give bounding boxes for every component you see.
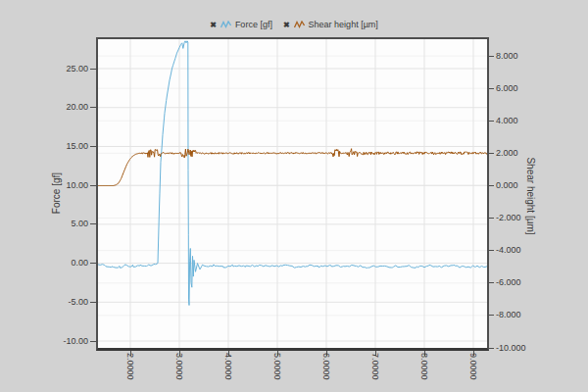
right-axis-tick [489,282,494,283]
series-line-icon [294,21,305,29]
x-axis-tick-label: 5.0000 [272,353,282,380]
chart-panel: ✖ Force [gf] ✖ Shear height [µm] Force [… [0,0,588,392]
right-axis-tick-label: -10.000 [496,343,526,354]
right-axis-tick-label: 0.000 [496,180,518,191]
left-axis-tick-label: 5.00 [45,219,88,229]
left-axis-tick-label: 10.00 [45,180,88,191]
x-axis-tick-label: 4.0000 [223,353,233,380]
left-axis-title: Force [gf] [51,172,62,214]
series-line-icon [220,21,231,29]
right-axis-title: Shear height [µm] [525,157,536,234]
left-axis-tick-label: 15.00 [45,141,88,152]
close-icon[interactable]: ✖ [210,21,217,29]
left-axis-tick-label: -10.00 [45,336,88,347]
left-axis-tick [90,185,96,186]
plot-area[interactable] [96,37,489,351]
legend-item-shear[interactable]: ✖ Shear height [µm] [283,20,378,29]
right-axis-tick [489,218,494,219]
x-axis-tick-label: 8.0000 [419,353,429,380]
shear-series-line [98,149,487,186]
right-axis-tick-label: -8.000 [496,310,521,320]
right-axis-tick-label: 4.000 [496,116,518,126]
right-axis-tick-label: -2.000 [496,213,521,223]
right-axis-tick [489,348,494,349]
left-axis-tick [90,107,96,108]
close-icon[interactable]: ✖ [283,21,290,29]
right-axis-tick [489,250,494,251]
right-axis-tick-label: 8.000 [496,51,518,62]
legend-label-force: Force [gf] [235,20,272,29]
x-axis-tick-label: 2.0000 [125,353,135,380]
left-axis-tick-label: 20.00 [45,102,88,113]
left-axis-tick [90,341,96,342]
right-axis-tick [489,88,494,89]
right-axis-tick [489,56,494,57]
right-axis-tick-label: -6.000 [496,277,521,288]
x-axis-tick-label: 9.0000 [468,353,478,380]
left-axis-tick-label: 25.00 [45,64,88,74]
legend-item-force[interactable]: ✖ Force [gf] [210,20,272,29]
left-axis-tick-label: -5.00 [45,297,88,308]
force-series-line [98,41,487,306]
x-axis-tick-label: 7.0000 [370,353,380,380]
legend-label-shear: Shear height [µm] [309,20,378,29]
x-axis-tick-label: 6.0000 [321,353,331,380]
left-axis-tick [90,223,96,224]
left-axis-tick [90,69,96,70]
x-axis-tick-label: 3.0000 [174,353,184,380]
right-axis-tick [489,153,494,154]
chart-legend: ✖ Force [gf] ✖ Shear height [µm] [0,18,588,31]
left-axis-tick [90,263,96,264]
left-axis-tick-label: 0.00 [45,258,88,269]
left-axis-tick [90,302,96,303]
plot-canvas [98,39,487,348]
right-axis-tick [489,315,494,316]
right-axis-tick-label: 6.000 [496,83,518,94]
left-axis-tick [90,146,96,147]
right-axis-tick [489,121,494,122]
right-axis-tick-label: 2.000 [496,148,518,159]
right-axis-tick-label: -4.000 [496,245,521,256]
right-axis-tick [489,185,494,186]
